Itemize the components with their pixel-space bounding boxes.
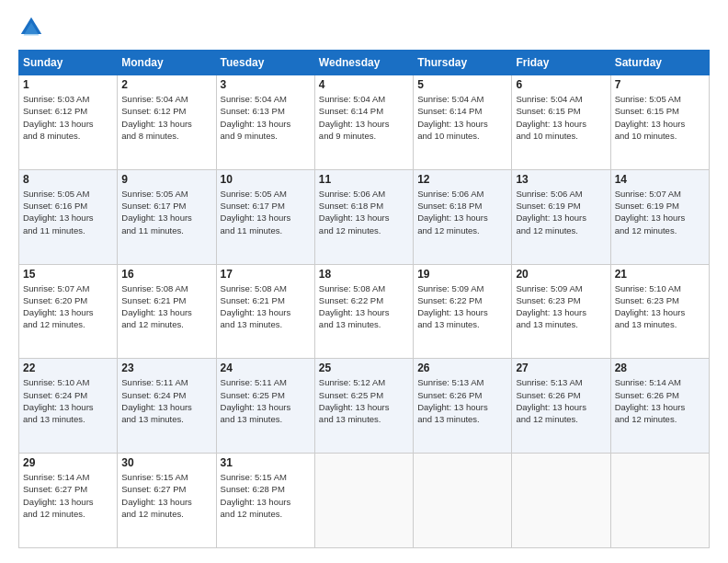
calendar-cell: 27Sunrise: 5:13 AM Sunset: 6:26 PM Dayli… [512,359,610,454]
calendar-cell: 1Sunrise: 5:03 AM Sunset: 6:12 PM Daylig… [19,75,118,170]
day-number: 4 [319,78,409,91]
day-number: 3 [221,78,311,91]
day-info: Sunrise: 5:04 AM Sunset: 6:12 PM Dayligh… [121,93,211,142]
day-number: 5 [417,78,507,91]
calendar-week-5: 29Sunrise: 5:14 AM Sunset: 6:27 PM Dayli… [19,454,710,548]
calendar-cell: 10Sunrise: 5:05 AM Sunset: 6:17 PM Dayli… [216,169,314,264]
logo-icon [18,15,44,40]
day-number: 19 [417,268,507,281]
day-number: 29 [23,456,113,469]
day-number: 24 [221,362,311,374]
calendar-cell: 30Sunrise: 5:15 AM Sunset: 6:27 PM Dayli… [118,454,216,548]
day-number: 14 [615,173,705,186]
logo [18,15,48,40]
day-info: Sunrise: 5:04 AM Sunset: 6:14 PM Dayligh… [319,93,409,142]
day-number: 16 [121,268,211,281]
calendar-cell: 2Sunrise: 5:04 AM Sunset: 6:12 PM Daylig… [118,75,216,170]
header [18,15,710,40]
calendar-cell: 5Sunrise: 5:04 AM Sunset: 6:14 PM Daylig… [414,75,512,170]
calendar-cell: 22Sunrise: 5:10 AM Sunset: 6:24 PM Dayli… [19,359,118,454]
weekday-header-thursday: Thursday [414,51,512,75]
day-number: 11 [319,173,409,186]
day-number: 15 [23,268,113,281]
calendar-cell: 14Sunrise: 5:07 AM Sunset: 6:19 PM Dayli… [610,169,709,264]
day-number: 8 [23,173,113,186]
weekday-header-saturday: Saturday [610,51,709,75]
day-info: Sunrise: 5:11 AM Sunset: 6:24 PM Dayligh… [121,376,211,425]
day-info: Sunrise: 5:10 AM Sunset: 6:24 PM Dayligh… [23,376,113,425]
calendar-cell: 20Sunrise: 5:09 AM Sunset: 6:23 PM Dayli… [512,264,610,359]
page: SundayMondayTuesdayWednesdayThursdayFrid… [0,0,728,563]
day-number: 2 [121,78,211,91]
day-number: 30 [121,456,211,469]
calendar-cell [610,454,709,548]
day-info: Sunrise: 5:07 AM Sunset: 6:19 PM Dayligh… [615,188,705,236]
day-info: Sunrise: 5:12 AM Sunset: 6:25 PM Dayligh… [319,376,409,425]
calendar-cell: 18Sunrise: 5:08 AM Sunset: 6:22 PM Dayli… [314,264,413,359]
calendar-table: SundayMondayTuesdayWednesdayThursdayFrid… [18,50,710,548]
day-number: 7 [615,78,705,91]
calendar-cell: 21Sunrise: 5:10 AM Sunset: 6:23 PM Dayli… [610,264,709,359]
day-info: Sunrise: 5:15 AM Sunset: 6:28 PM Dayligh… [221,471,311,520]
calendar-cell: 15Sunrise: 5:07 AM Sunset: 6:20 PM Dayli… [19,264,118,359]
calendar-cell [414,454,512,548]
calendar-cell: 24Sunrise: 5:11 AM Sunset: 6:25 PM Dayli… [216,359,314,454]
day-number: 27 [516,362,606,374]
day-info: Sunrise: 5:11 AM Sunset: 6:25 PM Dayligh… [221,376,311,425]
day-number: 18 [319,268,409,281]
calendar-cell [314,454,413,548]
day-number: 10 [221,173,311,186]
calendar-cell: 17Sunrise: 5:08 AM Sunset: 6:21 PM Dayli… [216,264,314,359]
day-info: Sunrise: 5:08 AM Sunset: 6:21 PM Dayligh… [121,282,211,331]
calendar-cell: 29Sunrise: 5:14 AM Sunset: 6:27 PM Dayli… [19,454,118,548]
day-info: Sunrise: 5:04 AM Sunset: 6:14 PM Dayligh… [417,93,507,142]
day-info: Sunrise: 5:09 AM Sunset: 6:23 PM Dayligh… [516,282,606,331]
day-info: Sunrise: 5:04 AM Sunset: 6:13 PM Dayligh… [221,93,311,142]
day-number: 9 [121,173,211,186]
weekday-header-friday: Friday [512,51,610,75]
calendar-header-row: SundayMondayTuesdayWednesdayThursdayFrid… [19,51,710,75]
day-info: Sunrise: 5:08 AM Sunset: 6:22 PM Dayligh… [319,282,409,331]
calendar-cell: 16Sunrise: 5:08 AM Sunset: 6:21 PM Dayli… [118,264,216,359]
day-info: Sunrise: 5:15 AM Sunset: 6:27 PM Dayligh… [121,471,211,520]
day-number: 20 [516,268,606,281]
day-number: 31 [221,456,311,469]
calendar-cell: 28Sunrise: 5:14 AM Sunset: 6:26 PM Dayli… [610,359,709,454]
day-info: Sunrise: 5:07 AM Sunset: 6:20 PM Dayligh… [23,282,113,331]
weekday-header-sunday: Sunday [19,51,118,75]
day-number: 28 [615,362,705,374]
day-info: Sunrise: 5:14 AM Sunset: 6:27 PM Dayligh… [23,471,113,520]
calendar-cell: 19Sunrise: 5:09 AM Sunset: 6:22 PM Dayli… [414,264,512,359]
day-number: 1 [23,78,113,91]
calendar-cell: 13Sunrise: 5:06 AM Sunset: 6:19 PM Dayli… [512,169,610,264]
calendar-cell: 31Sunrise: 5:15 AM Sunset: 6:28 PM Dayli… [216,454,314,548]
day-info: Sunrise: 5:10 AM Sunset: 6:23 PM Dayligh… [615,282,705,331]
weekday-header-monday: Monday [118,51,216,75]
day-number: 13 [516,173,606,186]
calendar-cell: 26Sunrise: 5:13 AM Sunset: 6:26 PM Dayli… [414,359,512,454]
day-info: Sunrise: 5:06 AM Sunset: 6:18 PM Dayligh… [417,188,507,236]
day-info: Sunrise: 5:05 AM Sunset: 6:16 PM Dayligh… [23,188,113,236]
day-info: Sunrise: 5:06 AM Sunset: 6:19 PM Dayligh… [516,188,606,236]
day-number: 21 [615,268,705,281]
day-info: Sunrise: 5:03 AM Sunset: 6:12 PM Dayligh… [23,93,113,142]
day-info: Sunrise: 5:14 AM Sunset: 6:26 PM Dayligh… [615,376,705,425]
calendar-cell: 11Sunrise: 5:06 AM Sunset: 6:18 PM Dayli… [314,169,413,264]
day-info: Sunrise: 5:04 AM Sunset: 6:15 PM Dayligh… [516,93,606,142]
day-info: Sunrise: 5:13 AM Sunset: 6:26 PM Dayligh… [516,376,606,425]
day-number: 6 [516,78,606,91]
calendar-cell: 12Sunrise: 5:06 AM Sunset: 6:18 PM Dayli… [414,169,512,264]
day-info: Sunrise: 5:05 AM Sunset: 6:15 PM Dayligh… [615,93,705,142]
calendar-cell: 8Sunrise: 5:05 AM Sunset: 6:16 PM Daylig… [19,169,118,264]
calendar-cell: 3Sunrise: 5:04 AM Sunset: 6:13 PM Daylig… [216,75,314,170]
day-number: 12 [417,173,507,186]
calendar-cell: 7Sunrise: 5:05 AM Sunset: 6:15 PM Daylig… [610,75,709,170]
calendar-cell [512,454,610,548]
calendar-cell: 23Sunrise: 5:11 AM Sunset: 6:24 PM Dayli… [118,359,216,454]
day-number: 26 [417,362,507,374]
day-info: Sunrise: 5:13 AM Sunset: 6:26 PM Dayligh… [417,376,507,425]
calendar-body: 1Sunrise: 5:03 AM Sunset: 6:12 PM Daylig… [19,75,710,548]
weekday-header-wednesday: Wednesday [314,51,413,75]
day-number: 25 [319,362,409,374]
day-info: Sunrise: 5:09 AM Sunset: 6:22 PM Dayligh… [417,282,507,331]
